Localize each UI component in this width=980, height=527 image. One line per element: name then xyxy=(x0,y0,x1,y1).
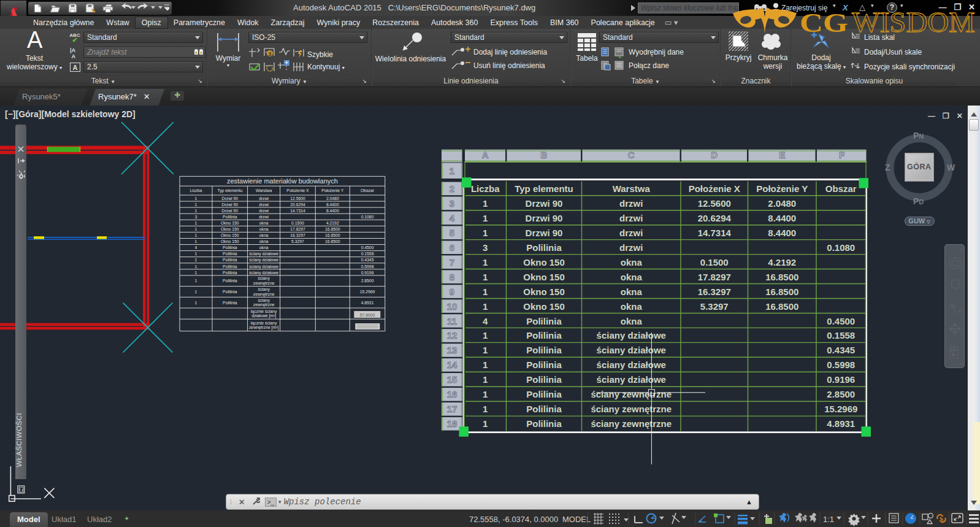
svg-text:8.4400: 8.4400 xyxy=(768,228,796,238)
svg-text:Położenie X: Położenie X xyxy=(689,183,740,194)
svg-text:Okno 150: Okno 150 xyxy=(523,287,565,297)
svg-text:Okno 150: Okno 150 xyxy=(523,257,565,267)
svg-text:2: 2 xyxy=(450,183,454,194)
svg-text:C: C xyxy=(628,150,635,160)
svg-text:okna: okna xyxy=(621,301,643,312)
svg-text:Drzwi 90: Drzwi 90 xyxy=(526,198,563,209)
svg-text:Polilinia: Polilinia xyxy=(526,242,562,253)
svg-text:18: 18 xyxy=(447,418,457,429)
svg-text:16.8500: 16.8500 xyxy=(765,301,798,312)
svg-text:1: 1 xyxy=(483,360,488,370)
svg-text:16: 16 xyxy=(447,389,457,399)
svg-text:20.6294: 20.6294 xyxy=(698,213,732,223)
svg-text:Liczba: Liczba xyxy=(471,183,500,194)
svg-text:16.8500: 16.8500 xyxy=(765,272,798,282)
svg-text:Polilinia: Polilinia xyxy=(526,418,562,429)
svg-text:0.1558: 0.1558 xyxy=(827,330,855,340)
svg-text:Obszar: Obszar xyxy=(825,183,857,194)
svg-text:1: 1 xyxy=(450,166,454,176)
svg-text:1: 1 xyxy=(483,198,488,209)
svg-text:okna: okna xyxy=(621,272,643,282)
svg-text:0.5998: 0.5998 xyxy=(827,360,855,370)
svg-text:Polilinia: Polilinia xyxy=(526,316,562,326)
svg-text:Polilinia: Polilinia xyxy=(526,345,562,355)
svg-text:B: B xyxy=(541,150,548,160)
svg-text:1: 1 xyxy=(483,374,488,385)
svg-text:3: 3 xyxy=(269,51,272,57)
svg-text:1: 1 xyxy=(483,301,488,312)
svg-text:2.0480: 2.0480 xyxy=(768,198,796,209)
svg-text:14.7314: 14.7314 xyxy=(698,228,732,238)
svg-text:4: 4 xyxy=(450,213,455,223)
svg-text:Typ elementu: Typ elementu xyxy=(515,183,573,194)
svg-text:3: 3 xyxy=(450,198,454,209)
svg-text:okna: okna xyxy=(621,287,643,297)
svg-text:1: 1 xyxy=(483,257,488,267)
svg-text:1: 1 xyxy=(483,228,488,238)
svg-text:7: 7 xyxy=(450,257,454,267)
svg-text:8: 8 xyxy=(450,272,454,282)
svg-text:E: E xyxy=(779,150,785,160)
svg-text:13: 13 xyxy=(447,345,457,355)
svg-text:1: 1 xyxy=(483,345,488,355)
svg-text:17.8297: 17.8297 xyxy=(698,272,731,282)
svg-text:Drzwi 90: Drzwi 90 xyxy=(526,228,563,238)
svg-text:Okno 150: Okno 150 xyxy=(523,272,565,282)
svg-text:0.9196: 0.9196 xyxy=(827,374,855,385)
svg-text:0.1080: 0.1080 xyxy=(827,242,855,253)
svg-text:1: 1 xyxy=(483,213,488,223)
svg-text:Polilinia: Polilinia xyxy=(526,330,562,340)
svg-text:10: 10 xyxy=(447,301,457,312)
svg-text:2.8500: 2.8500 xyxy=(827,389,855,399)
svg-text:okna: okna xyxy=(621,257,643,267)
svg-text:8.4400: 8.4400 xyxy=(768,213,796,223)
svg-text:14: 14 xyxy=(447,360,457,370)
svg-text:3: 3 xyxy=(483,242,488,253)
svg-text:0.4345: 0.4345 xyxy=(827,345,855,355)
svg-text:5: 5 xyxy=(450,228,454,238)
svg-text:1: 1 xyxy=(483,287,488,297)
svg-text:A: A xyxy=(482,150,489,160)
svg-text:0.4500: 0.4500 xyxy=(827,316,855,326)
svg-text:1: 1 xyxy=(483,404,488,414)
svg-text:12.5600: 12.5600 xyxy=(698,198,731,209)
svg-text:0.1500: 0.1500 xyxy=(700,257,729,267)
svg-text:okna: okna xyxy=(621,316,643,326)
svg-text:5.3297: 5.3297 xyxy=(700,301,729,312)
svg-text:12: 12 xyxy=(447,330,457,340)
svg-text:Polilinia: Polilinia xyxy=(526,374,562,385)
svg-text:15.2969: 15.2969 xyxy=(824,404,857,414)
svg-text:Drzwi 90: Drzwi 90 xyxy=(526,213,563,223)
svg-text:1: 1 xyxy=(483,389,488,399)
svg-text:1: 1 xyxy=(483,330,488,340)
svg-text:Polilinia: Polilinia xyxy=(526,389,562,399)
svg-text:Polilinia: Polilinia xyxy=(526,404,562,414)
svg-text:Okno 150: Okno 150 xyxy=(523,301,565,312)
svg-text:6: 6 xyxy=(450,242,454,253)
svg-text:9: 9 xyxy=(450,287,454,297)
svg-text:11: 11 xyxy=(447,316,457,326)
svg-text:D: D xyxy=(711,150,718,160)
svg-text:drzwi: drzwi xyxy=(619,198,643,209)
svg-text:F: F xyxy=(839,150,844,160)
svg-text:15: 15 xyxy=(447,374,457,385)
svg-text:16.8500: 16.8500 xyxy=(765,287,798,297)
svg-text:drzwi: drzwi xyxy=(619,228,643,238)
svg-text:4.2192: 4.2192 xyxy=(768,257,796,267)
svg-text:Polilinia: Polilinia xyxy=(526,360,562,370)
svg-text:16.3297: 16.3297 xyxy=(698,287,731,297)
svg-text:Warstwa: Warstwa xyxy=(613,183,651,194)
svg-text:17: 17 xyxy=(447,404,457,414)
svg-text:drzwi: drzwi xyxy=(619,213,643,223)
svg-text:1: 1 xyxy=(483,272,488,282)
svg-text:drzwi: drzwi xyxy=(619,242,643,253)
svg-text:4.8931: 4.8931 xyxy=(827,418,855,429)
svg-text:1: 1 xyxy=(483,418,488,429)
svg-text:Położenie Y: Położenie Y xyxy=(756,183,808,194)
svg-text:4: 4 xyxy=(483,316,488,326)
